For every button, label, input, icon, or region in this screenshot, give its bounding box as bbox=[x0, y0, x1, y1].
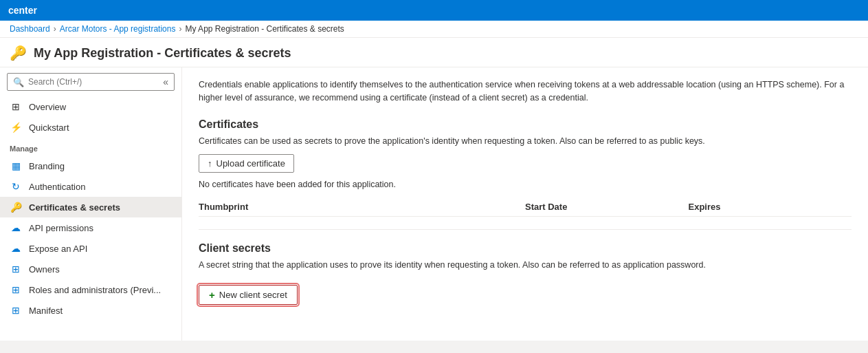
certificates-section-title: Certificates bbox=[199, 118, 852, 131]
authentication-icon: ↻ bbox=[10, 181, 22, 192]
page-header: 🔑 My App Registration - Certificates & s… bbox=[0, 38, 868, 67]
breadcrumb-sep-1: › bbox=[54, 24, 56, 34]
intro-text: Credentials enable applications to ident… bbox=[199, 78, 852, 105]
breadcrumb-sep-2: › bbox=[179, 24, 181, 34]
breadcrumb-current: My App Registration - Certificates & sec… bbox=[185, 24, 344, 34]
top-bar-title: center bbox=[8, 5, 37, 16]
sidebar-item-label: Roles and administrators (Previ... bbox=[29, 285, 161, 295]
owners-icon: ⊞ bbox=[10, 264, 22, 275]
sidebar-item-owners[interactable]: ⊞ Owners bbox=[0, 259, 181, 279]
sidebar-item-authentication[interactable]: ↻ Authentication bbox=[0, 176, 181, 197]
api-permissions-icon: ☁ bbox=[10, 222, 22, 233]
sidebar: 🔍 « ⊞ Overview ⚡ Quickstart Manage ▦ Bra… bbox=[0, 67, 182, 341]
sidebar-item-label: Quickstart bbox=[29, 122, 69, 133]
client-secrets-section-title: Client secrets bbox=[199, 242, 852, 255]
certificates-desc: Certificates can be used as secrets to p… bbox=[199, 136, 852, 146]
col-startdate: Start Date bbox=[525, 202, 689, 212]
sidebar-item-label: Owners bbox=[29, 264, 60, 275]
no-certificates-msg: No certificates have been added for this… bbox=[199, 180, 852, 189]
manifest-icon: ⊞ bbox=[10, 305, 22, 316]
sidebar-item-quickstart[interactable]: ⚡ Quickstart bbox=[0, 117, 181, 138]
sidebar-item-label: Manifest bbox=[29, 306, 63, 316]
plus-icon: + bbox=[209, 289, 215, 301]
expose-api-icon: ☁ bbox=[10, 243, 22, 254]
sidebar-item-manifest[interactable]: ⊞ Manifest bbox=[0, 300, 181, 321]
sidebar-item-overview[interactable]: ⊞ Overview bbox=[0, 96, 181, 117]
sidebar-item-label: Branding bbox=[29, 161, 65, 171]
section-divider bbox=[199, 229, 852, 230]
sidebar-item-certificates[interactable]: 🔑 Certificates & secrets bbox=[0, 197, 181, 217]
col-expires: Expires bbox=[689, 202, 852, 212]
upload-icon: ↑ bbox=[208, 158, 212, 169]
main-layout: 🔍 « ⊞ Overview ⚡ Quickstart Manage ▦ Bra… bbox=[0, 67, 868, 341]
breadcrumb-app-reg[interactable]: Arcar Motors - App registrations bbox=[60, 24, 176, 34]
page-title: My App Registration - Certificates & sec… bbox=[34, 46, 291, 61]
roles-icon: ⊞ bbox=[10, 284, 22, 295]
top-bar: center bbox=[0, 0, 868, 21]
upload-btn-label: Upload certificate bbox=[216, 158, 285, 169]
sidebar-item-expose-api[interactable]: ☁ Expose an API bbox=[0, 238, 181, 259]
search-box[interactable]: 🔍 « bbox=[7, 73, 175, 91]
sidebar-item-label: Authentication bbox=[29, 182, 85, 192]
certificates-table-header: Thumbprint Start Date Expires bbox=[199, 197, 852, 217]
search-input[interactable] bbox=[28, 77, 159, 87]
certificates-icon: 🔑 bbox=[10, 202, 22, 213]
sidebar-item-label: Overview bbox=[29, 102, 66, 112]
quickstart-icon: ⚡ bbox=[10, 122, 22, 133]
manage-section-label: Manage bbox=[0, 138, 181, 156]
sidebar-item-label: Certificates & secrets bbox=[29, 202, 120, 213]
new-secret-btn-label: New client secret bbox=[219, 290, 287, 300]
overview-icon: ⊞ bbox=[10, 101, 22, 112]
content-area: Credentials enable applications to ident… bbox=[182, 67, 868, 341]
sidebar-item-roles[interactable]: ⊞ Roles and administrators (Previ... bbox=[0, 279, 181, 300]
sidebar-item-label: API permissions bbox=[29, 223, 93, 233]
search-icon: 🔍 bbox=[13, 77, 24, 87]
client-secrets-desc: A secret string that the application use… bbox=[199, 260, 852, 270]
col-thumbprint: Thumbprint bbox=[199, 202, 525, 212]
sidebar-item-label: Expose an API bbox=[29, 244, 87, 254]
new-client-secret-button[interactable]: + New client secret bbox=[199, 285, 298, 305]
sidebar-item-branding[interactable]: ▦ Branding bbox=[0, 156, 181, 176]
collapse-icon[interactable]: « bbox=[163, 76, 168, 87]
upload-certificate-button[interactable]: ↑ Upload certificate bbox=[199, 154, 294, 173]
branding-icon: ▦ bbox=[10, 160, 22, 171]
breadcrumb: Dashboard › Arcar Motors - App registrat… bbox=[0, 21, 868, 38]
sidebar-item-api-permissions[interactable]: ☁ API permissions bbox=[0, 217, 181, 238]
breadcrumb-dashboard[interactable]: Dashboard bbox=[10, 24, 50, 34]
key-icon: 🔑 bbox=[10, 45, 27, 61]
